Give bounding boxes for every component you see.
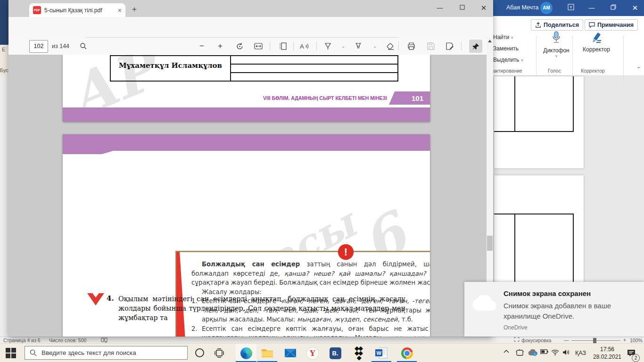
exercise-chevron-icon bbox=[87, 293, 104, 305]
onedrive-cloud-icon bbox=[472, 295, 497, 311]
clock-date: 28.02.2021 bbox=[590, 353, 624, 361]
pdf-page-input[interactable]: 102 bbox=[29, 40, 48, 53]
alert-exclamation-icon: ! bbox=[338, 244, 354, 260]
word-minimize-icon[interactable]: — bbox=[587, 4, 596, 12]
edge-app-icon[interactable] bbox=[240, 347, 252, 359]
draw-pen-icon[interactable] bbox=[322, 41, 333, 51]
svg-text:W: W bbox=[377, 350, 382, 356]
word-left-edge bbox=[0, 0, 8, 45]
yandex-app-icon[interactable]: Y bbox=[306, 347, 319, 359]
zoom-in-pdf-icon[interactable]: + bbox=[215, 41, 225, 51]
zoom-out-pdf-icon[interactable]: − bbox=[197, 41, 207, 51]
infobox-list-item: 2.Есептік сан есімдерге көптік жалғауы, … bbox=[191, 324, 430, 337]
scroll-up-icon[interactable] bbox=[488, 40, 492, 42]
comment-icon bbox=[589, 22, 595, 28]
fit-width-icon[interactable] bbox=[253, 41, 264, 51]
ribbon-find[interactable]: Найти ˅ bbox=[493, 34, 513, 41]
statusbar-zoom[interactable]: 100% bbox=[630, 337, 643, 343]
volume-icon[interactable] bbox=[562, 349, 570, 355]
zoom-in-icon[interactable]: + bbox=[623, 337, 626, 343]
share-button[interactable]: Поделиться bbox=[531, 19, 583, 31]
task-view-icon[interactable] bbox=[215, 348, 224, 360]
save-as-icon[interactable] bbox=[445, 41, 455, 51]
toast-app-name: OneDrive bbox=[504, 324, 528, 331]
ribbon-select[interactable]: Выделить ˅ bbox=[493, 57, 523, 63]
pdf-content-area[interactable]: АР Мұхаметқұл Исламқұлов VIII БӨЛІМ. АДА… bbox=[8, 55, 487, 337]
svg-text:A: A bbox=[300, 43, 304, 50]
print-icon[interactable] bbox=[406, 41, 416, 51]
chrome-app-icon[interactable] bbox=[401, 347, 413, 359]
browser-maximize-icon[interactable] bbox=[453, 0, 471, 16]
vk-app-icon[interactable]: В. bbox=[329, 347, 341, 359]
snip-tool-icon[interactable] bbox=[516, 349, 524, 356]
word-close-icon[interactable]: ✕ bbox=[631, 4, 639, 12]
notification-count-badge: 2 bbox=[632, 354, 640, 362]
word-left-fragments: Е Бус bbox=[0, 45, 8, 75]
taskbar: Введите здесь текст для поиска Y В. ◆◆◆◆… bbox=[0, 343, 644, 362]
word-statusbar: Страница 4 из 6 Число слов: 500 фокусиро… bbox=[0, 337, 644, 344]
cortana-icon[interactable] bbox=[195, 348, 205, 360]
zoom-slider-thumb[interactable] bbox=[593, 338, 596, 343]
toolbar-pin-button[interactable] bbox=[469, 40, 482, 53]
tab-title: 5-сынып Қазақ тілі.pdf bbox=[44, 7, 115, 14]
browser-close-icon[interactable]: ✕ bbox=[474, 0, 493, 16]
word-avatar[interactable]: AM bbox=[540, 2, 553, 14]
onedrive-tray-icon[interactable] bbox=[528, 349, 537, 356]
search-placeholder: Введите здесь текст для поиска bbox=[41, 349, 136, 356]
language-indicator[interactable]: ҚАЗ bbox=[575, 346, 586, 360]
search-icon bbox=[30, 349, 37, 356]
new-tab-button[interactable]: + bbox=[132, 5, 137, 14]
file-explorer-icon[interactable] bbox=[261, 347, 273, 359]
draw-pen-caret-icon[interactable]: ⌄ bbox=[338, 41, 348, 51]
clock[interactable]: 17:56 28.02.2021 bbox=[590, 346, 624, 361]
focus-mode-icon[interactable] bbox=[514, 337, 520, 343]
screen: Абая Мечта AM — ✕ Поделиться Примечания … bbox=[0, 0, 644, 362]
browser-tab[interactable]: PDF 5-сынып Қазақ тілі.pdf × bbox=[29, 3, 125, 17]
zoom-out-icon[interactable]: — bbox=[564, 337, 569, 343]
ribbon-replace[interactable]: Заменить bbox=[493, 45, 519, 52]
statusbar-words[interactable]: Число слов: 500 bbox=[49, 337, 86, 343]
pdf-page-101: АР Мұхаметқұл Исламқұлов VIII БӨЛІМ. АДА… bbox=[63, 55, 430, 122]
action-center-icon[interactable]: 2 bbox=[627, 349, 636, 357]
wifi-icon[interactable] bbox=[551, 349, 559, 355]
toast-title: Снимок экрана сохранен bbox=[504, 289, 591, 297]
page-number-badge: 101 bbox=[389, 91, 430, 105]
mail-app-icon[interactable] bbox=[284, 347, 297, 359]
rotate-icon[interactable] bbox=[234, 41, 245, 51]
proofing-icon[interactable] bbox=[101, 337, 107, 344]
ribbon-dictate-button[interactable]: Диктофон ˅ bbox=[541, 31, 571, 58]
ribbon-display-options-icon[interactable] bbox=[567, 4, 575, 12]
share-icon bbox=[535, 22, 541, 28]
highlighter-icon[interactable] bbox=[353, 41, 363, 51]
pdf-scroll-thumb[interactable] bbox=[487, 236, 493, 251]
tray-expand-icon[interactable] bbox=[504, 349, 509, 353]
statusbar-page[interactable]: Страница 4 из 6 bbox=[3, 337, 41, 343]
pin-icon bbox=[472, 43, 479, 50]
page-view-icon[interactable] bbox=[277, 41, 288, 51]
word-ribbon: Поделиться Примечания Найти ˅ Заменить В… bbox=[493, 16, 644, 76]
infobox: Болжалдық сан есімдер заттың санын дәл б… bbox=[175, 251, 430, 337]
pdf-file-icon: PDF bbox=[33, 6, 41, 14]
tab-close-icon[interactable]: × bbox=[118, 7, 122, 14]
onedrive-toast[interactable]: Снимок экрана сохранен Снимок экрана доб… bbox=[464, 282, 644, 337]
taskbar-search[interactable]: Введите здесь текст для поиска bbox=[25, 346, 188, 360]
highlighter-caret-icon[interactable]: ⌄ bbox=[370, 41, 380, 51]
ribbon-editor-button[interactable]: Корректор bbox=[578, 31, 615, 53]
collapse-ribbon-icon[interactable]: ⌃ bbox=[636, 66, 641, 72]
statusbar-focus[interactable]: фокусировка bbox=[521, 337, 551, 343]
browser-minimize-icon[interactable]: — bbox=[430, 0, 449, 16]
pdf-search-icon[interactable] bbox=[78, 41, 89, 51]
read-aloud-icon[interactable]: A bbox=[299, 41, 310, 51]
word-app-icon[interactable]: W bbox=[375, 347, 388, 359]
clock-time: 17:56 bbox=[590, 346, 624, 353]
ribbon-group-editing: актирование bbox=[493, 68, 522, 74]
start-button[interactable] bbox=[6, 348, 16, 360]
save-icon bbox=[426, 41, 436, 51]
word-restore-icon[interactable] bbox=[609, 4, 618, 12]
comments-button[interactable]: Примечания bbox=[585, 19, 638, 31]
eraser-icon[interactable] bbox=[385, 41, 395, 51]
dropbox-app-icon[interactable]: ◆◆◆◆ ◆ bbox=[352, 347, 364, 359]
battery-icon[interactable] bbox=[540, 349, 548, 354]
address-bar: ⓘ Файл C:/Users/admin/Documents/Новый%20… bbox=[8, 17, 493, 38]
tab-strip: PDF 5-сынып Қазақ тілі.pdf × + — ✕ bbox=[8, 0, 493, 17]
